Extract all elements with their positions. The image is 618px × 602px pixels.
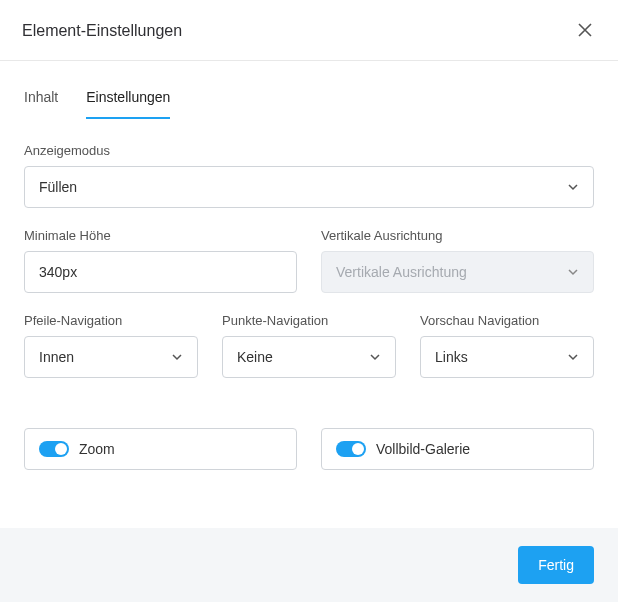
min-height-label: Minimale Höhe bbox=[24, 228, 297, 243]
zoom-toggle-box[interactable]: Zoom bbox=[24, 428, 297, 470]
tabs: Inhalt Einstellungen bbox=[24, 61, 594, 119]
dot-nav-select[interactable]: Keine bbox=[222, 336, 396, 378]
chevron-down-icon bbox=[567, 351, 579, 363]
arrow-nav-select[interactable]: Innen bbox=[24, 336, 198, 378]
chevron-down-icon bbox=[567, 266, 579, 278]
thumb-nav-field: Vorschau Navigation Links bbox=[420, 313, 594, 378]
zoom-toggle-label: Zoom bbox=[79, 441, 115, 457]
close-button[interactable] bbox=[574, 18, 596, 44]
dot-nav-value: Keine bbox=[237, 349, 273, 365]
close-icon bbox=[578, 21, 592, 41]
dot-nav-label: Punkte-Navigation bbox=[222, 313, 396, 328]
thumb-nav-value: Links bbox=[435, 349, 468, 365]
fullscreen-toggle-label: Vollbild-Galerie bbox=[376, 441, 470, 457]
thumb-nav-select[interactable]: Links bbox=[420, 336, 594, 378]
tab-content[interactable]: Inhalt bbox=[24, 81, 58, 119]
toggle-switch-icon bbox=[39, 441, 69, 457]
thumb-nav-label: Vorschau Navigation bbox=[420, 313, 594, 328]
vertical-align-field: Vertikale Ausrichtung Vertikale Ausricht… bbox=[321, 228, 594, 293]
done-button[interactable]: Fertig bbox=[518, 546, 594, 584]
dot-nav-field: Punkte-Navigation Keine bbox=[222, 313, 396, 378]
chevron-down-icon bbox=[171, 351, 183, 363]
vertical-align-select[interactable]: Vertikale Ausrichtung bbox=[321, 251, 594, 293]
display-mode-label: Anzeigemodus bbox=[24, 143, 594, 158]
min-height-input[interactable] bbox=[24, 251, 297, 293]
arrow-nav-label: Pfeile-Navigation bbox=[24, 313, 198, 328]
tab-settings[interactable]: Einstellungen bbox=[86, 81, 170, 119]
arrow-nav-value: Innen bbox=[39, 349, 74, 365]
vertical-align-label: Vertikale Ausrichtung bbox=[321, 228, 594, 243]
min-height-field: Minimale Höhe bbox=[24, 228, 297, 293]
modal-title: Element-Einstellungen bbox=[22, 22, 182, 40]
display-mode-select[interactable]: Füllen bbox=[24, 166, 594, 208]
modal-footer: Fertig bbox=[0, 528, 618, 602]
toggle-switch-icon bbox=[336, 441, 366, 457]
modal-header: Element-Einstellungen bbox=[0, 0, 618, 61]
fullscreen-toggle-box[interactable]: Vollbild-Galerie bbox=[321, 428, 594, 470]
display-mode-field: Anzeigemodus Füllen bbox=[24, 143, 594, 208]
modal-content: Inhalt Einstellungen Anzeigemodus Füllen… bbox=[0, 61, 618, 470]
chevron-down-icon bbox=[567, 181, 579, 193]
chevron-down-icon bbox=[369, 351, 381, 363]
vertical-align-placeholder: Vertikale Ausrichtung bbox=[336, 264, 467, 280]
display-mode-value: Füllen bbox=[39, 179, 77, 195]
arrow-nav-field: Pfeile-Navigation Innen bbox=[24, 313, 198, 378]
